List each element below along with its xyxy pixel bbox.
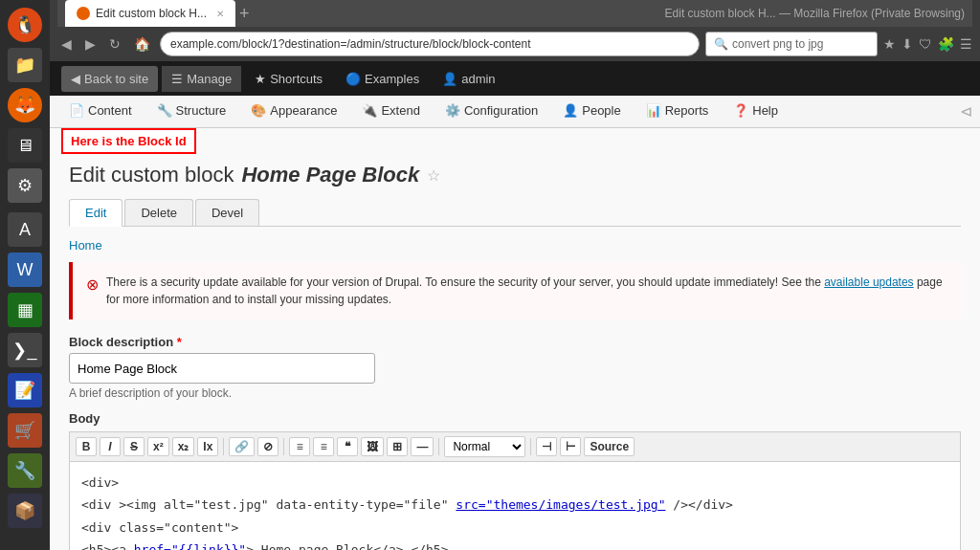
content-label: Content	[88, 103, 132, 118]
os-taskbar: 🐧 📁 🦊 🖥 ⚙ A W ▦ ❯_ 📝 🛒 🔧 📦	[0, 0, 50, 550]
forward-button[interactable]: ▶	[81, 34, 100, 54]
superscript-button[interactable]: x²	[147, 437, 169, 456]
help-label: Help	[752, 103, 778, 118]
alert-link[interactable]: available updates	[824, 275, 913, 289]
bold-button[interactable]: B	[76, 437, 97, 456]
image-button[interactable]: 🖼	[361, 437, 384, 456]
tab-devel[interactable]: Devel	[195, 199, 259, 226]
appearance-icon: 🎨	[251, 103, 266, 118]
browser-toolbar: ★ ⬇ 🛡 🧩 ☰	[883, 36, 972, 52]
blockquote-button[interactable]: ❝	[337, 437, 358, 456]
menu-icon[interactable]: ☰	[960, 36, 972, 52]
ubuntu-icon[interactable]: 🐧	[8, 8, 42, 42]
tab-edit[interactable]: Edit	[69, 199, 122, 227]
app-icon-7[interactable]: 🔧	[8, 453, 42, 488]
app-icon-1[interactable]: A	[8, 212, 42, 247]
ordered-list-button[interactable]: ≡	[289, 437, 310, 456]
app-icon-4[interactable]: ❯_	[8, 333, 42, 367]
firefox-icon[interactable]: 🦊	[8, 88, 42, 122]
favorite-star-icon[interactable]: ☆	[427, 166, 440, 185]
page-content: Here is the Block Id Edit custom block H…	[50, 128, 980, 550]
structure-icon: 🔧	[157, 103, 172, 118]
star-nav-icon: ★	[255, 72, 266, 86]
unlink-button[interactable]: ⊘	[257, 437, 278, 456]
format-select[interactable]: Normal Heading 1 Heading 2	[444, 436, 525, 457]
extend-label: Extend	[381, 103, 419, 118]
examples-menu-item[interactable]: 🔵 Examples	[336, 66, 429, 92]
remove-format-button[interactable]: Ix	[197, 437, 218, 456]
active-tab[interactable]: Edit custom block H... ✕	[65, 0, 235, 27]
menu-appearance[interactable]: 🎨 Appearance	[239, 98, 348, 125]
body-editor-group: Body B I S x² x₂ Ix 🔗 ⊘ ≡ ≡ ❝ 🖼 ⊞ —	[69, 411, 961, 550]
manage-menu-item[interactable]: ☰ Manage	[162, 66, 241, 92]
tab-close-button[interactable]: ✕	[216, 9, 224, 19]
breadcrumb[interactable]: Home	[69, 238, 961, 253]
new-tab-button[interactable]: +	[239, 4, 250, 24]
shield-icon[interactable]: 🛡	[919, 36, 932, 52]
config-label: Configuration	[464, 103, 538, 118]
search-input[interactable]: 🔍 convert png to jpg	[705, 32, 878, 56]
indent-button[interactable]: ⊣	[536, 437, 557, 456]
content-tabs: Edit Delete Devel	[69, 199, 961, 227]
toolbar-separator-2	[283, 438, 284, 455]
alert-icon: ⊗	[86, 274, 99, 308]
tab-title: Edit custom block H...	[96, 7, 207, 20]
menu-extend[interactable]: 🔌 Extend	[350, 98, 431, 125]
block-description-input[interactable]	[69, 353, 375, 384]
menu-content[interactable]: 📄 Content	[57, 98, 144, 125]
strikethrough-button[interactable]: S	[123, 437, 145, 456]
app-icon-6[interactable]: 🛒	[8, 413, 42, 448]
examples-label: Examples	[365, 72, 419, 86]
menu-structure[interactable]: 🔧 Structure	[145, 98, 238, 125]
collapse-sidebar-button[interactable]: ⊲	[960, 102, 972, 121]
admin-menu-item[interactable]: 👤 admin	[433, 66, 504, 92]
app-icon-8[interactable]: 📦	[8, 494, 42, 528]
table-button[interactable]: ⊞	[387, 437, 408, 456]
back-to-site-label: Back to site	[84, 72, 148, 86]
user-icon: 👤	[442, 72, 457, 86]
shortcuts-label: Shortcuts	[270, 72, 323, 86]
url-input[interactable]: example.com/block/1?destination=/admin/s…	[160, 32, 700, 56]
address-bar: ◀ ▶ ↻ 🏠 example.com/block/1?destination=…	[50, 27, 980, 61]
toolbar-separator-1	[223, 438, 224, 455]
back-to-site-button[interactable]: ◀ Back to site	[61, 66, 158, 92]
menu-people[interactable]: 👤 People	[551, 98, 632, 125]
terminal-icon[interactable]: 🖥	[8, 128, 42, 163]
extension-icon[interactable]: 🧩	[938, 36, 954, 52]
menu-reports[interactable]: 📊 Reports	[635, 98, 721, 125]
menu-configuration[interactable]: ⚙️ Configuration	[434, 98, 549, 125]
reports-icon: 📊	[646, 103, 661, 118]
source-button[interactable]: Source	[584, 437, 635, 456]
block-description-hint: A brief description of your block.	[69, 386, 961, 400]
app-icon-2[interactable]: W	[8, 253, 42, 287]
app-icon-3[interactable]: ▦	[8, 293, 42, 327]
body-label: Body	[69, 411, 961, 426]
subscript-button[interactable]: x₂	[172, 437, 195, 456]
italic-button[interactable]: I	[100, 437, 121, 456]
outdent-button[interactable]: ⊢	[560, 437, 581, 456]
download-icon[interactable]: ⬇	[902, 36, 913, 52]
menu-help[interactable]: ❓ Help	[722, 98, 790, 125]
refresh-button[interactable]: ↻	[105, 34, 124, 54]
shortcuts-menu-item[interactable]: ★ Shortcuts	[245, 66, 332, 92]
files-icon[interactable]: 📁	[8, 48, 42, 82]
help-icon: ❓	[733, 103, 748, 118]
block-description-label: Block description *	[69, 335, 961, 349]
editor-body[interactable]: <div> <div ><img alt="test.jpg" data-ent…	[69, 461, 961, 550]
back-arrow-icon: ◀	[71, 72, 80, 86]
link-button[interactable]: 🔗	[229, 437, 255, 456]
settings-icon[interactable]: ⚙	[8, 168, 42, 203]
tab-delete[interactable]: Delete	[124, 199, 193, 226]
home-button[interactable]: 🏠	[130, 34, 154, 54]
admin-label: admin	[461, 72, 495, 86]
back-button[interactable]: ◀	[57, 34, 76, 54]
security-alert: ⊗ There is a security update available f…	[69, 262, 961, 319]
unordered-list-button[interactable]: ≡	[313, 437, 334, 456]
block-id-annotation: Here is the Block Id	[61, 128, 196, 154]
bookmark-icon[interactable]: ★	[883, 36, 896, 52]
page-title-prefix: Edit custom block	[69, 163, 234, 187]
code-line-1: <div>	[81, 472, 948, 494]
horizontal-rule-button[interactable]: —	[411, 437, 434, 456]
app-icon-5[interactable]: 📝	[8, 373, 42, 407]
alert-text: There is a security update available for…	[106, 274, 947, 308]
